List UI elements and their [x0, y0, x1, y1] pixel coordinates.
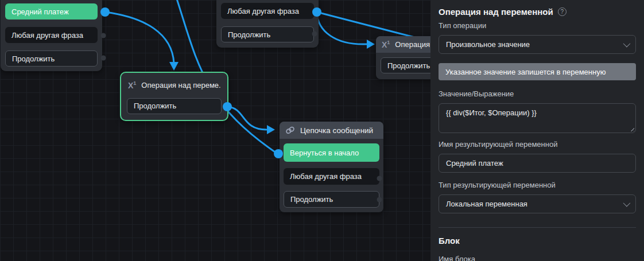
result-type-label: Тип результирующей переменной: [439, 181, 636, 189]
block-name-label: Имя блока: [439, 255, 636, 261]
operation-type-label: Тип операции: [439, 21, 636, 30]
flow-editor: Средний платеж Любая другая фраза Продол…: [0, 0, 644, 261]
node-operation-selected[interactable]: X1 Операция над переме... Продолжить: [120, 72, 228, 121]
help-icon[interactable]: ?: [558, 7, 567, 16]
node-title: Операция над переме...: [141, 81, 220, 89]
variable-operation-icon: X1: [382, 40, 390, 49]
node-top-phrase[interactable]: Любая другая фраза Продолжить: [216, 0, 319, 48]
output-port[interactable]: [377, 197, 382, 202]
panel-title: Операция над переменной: [439, 7, 553, 17]
result-type-select[interactable]: Локальная переменная: [439, 194, 636, 213]
node-payment-source[interactable]: Средний платеж Любая другая фраза Продол…: [1, 0, 102, 71]
node-button-continue[interactable]: Продолжить: [127, 98, 222, 114]
properties-panel: Операция над переменной ? Тип операции П…: [430, 0, 644, 261]
chain-link-icon: [285, 126, 295, 134]
operation-type-select[interactable]: Произвольное значение: [439, 35, 636, 54]
node-button-any-other-phrase[interactable]: Любая другая фраза: [5, 27, 98, 43]
value-expression-label: Значение/Выражение: [439, 89, 636, 98]
node-button-average-payment[interactable]: Средний платеж: [5, 3, 98, 20]
variable-operation-icon: X1: [128, 80, 136, 90]
connected-port-dot[interactable]: [312, 7, 321, 17]
node-button-any-other-phrase[interactable]: Любая другая фраза: [221, 3, 314, 19]
result-type-value: Локальная переменная: [446, 200, 527, 208]
connected-port-dot[interactable]: [274, 149, 283, 158]
value-expression-textarea[interactable]: {{ div($Итог, $Операции) }}: [439, 103, 636, 133]
output-port[interactable]: [101, 33, 106, 38]
node-button-any-other-phrase[interactable]: Любая другая фраза: [284, 168, 379, 185]
chevron-down-icon: [623, 40, 631, 48]
result-name-input[interactable]: [439, 154, 636, 173]
output-port[interactable]: [101, 56, 106, 61]
output-port[interactable]: [377, 176, 382, 181]
result-name-label: Имя результирующей переменной: [439, 140, 636, 149]
node-button-continue[interactable]: Продолжить: [221, 26, 314, 42]
node-button-return-to-start[interactable]: Вернуться в начало: [284, 143, 379, 162]
output-port[interactable]: [312, 32, 317, 37]
connected-port-dot[interactable]: [100, 7, 110, 17]
node-title: Цепочка сообщений: [300, 126, 373, 135]
operation-type-value: Произвольное значение: [446, 40, 530, 49]
block-section-title: Блок: [439, 236, 636, 246]
node-button-continue[interactable]: Продолжить: [284, 191, 379, 208]
connected-port-dot[interactable]: [223, 102, 232, 111]
node-message-chain[interactable]: Цепочка сообщений Вернуться в начало Люб…: [280, 122, 383, 212]
node-button-continue[interactable]: Продолжить: [5, 50, 98, 67]
node-title: Операция: [395, 40, 430, 49]
chevron-down-icon: [623, 200, 631, 207]
operation-info-note: Указанное значение запишется в переменну…: [439, 63, 636, 80]
section-divider: [439, 227, 636, 228]
